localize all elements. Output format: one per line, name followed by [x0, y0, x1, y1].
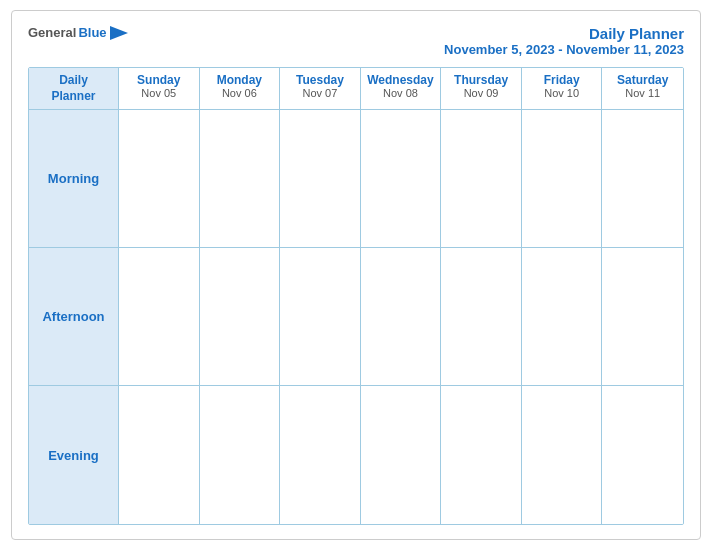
morning-wednesday[interactable]: [361, 110, 442, 248]
planner-page: General Blue Daily Planner November 5, 2…: [11, 10, 701, 540]
morning-saturday[interactable]: [602, 110, 683, 248]
evening-row: Evening: [29, 386, 683, 524]
title-date: November 5, 2023 - November 11, 2023: [444, 42, 684, 57]
header-sunday: Sunday Nov 05: [119, 68, 200, 110]
thursday-date: Nov 09: [445, 87, 517, 99]
title-area: Daily Planner November 5, 2023 - Novembe…: [444, 25, 684, 57]
afternoon-wednesday[interactable]: [361, 248, 442, 386]
sunday-name: Sunday: [123, 73, 195, 87]
evening-label-cell: Evening: [29, 386, 119, 524]
header-thursday: Thursday Nov 09: [441, 68, 522, 110]
morning-row: Morning: [29, 110, 683, 248]
sunday-date: Nov 05: [123, 87, 195, 99]
wednesday-date: Nov 08: [365, 87, 437, 99]
afternoon-tuesday[interactable]: [280, 248, 361, 386]
morning-label: Morning: [48, 171, 99, 186]
header: General Blue Daily Planner November 5, 2…: [28, 25, 684, 57]
evening-sunday[interactable]: [119, 386, 200, 524]
friday-name: Friday: [526, 73, 598, 87]
evening-friday[interactable]: [522, 386, 603, 524]
logo-blue: Blue: [78, 25, 106, 40]
calendar: Daily Planner Sunday Nov 05 Monday Nov 0…: [28, 67, 684, 525]
thursday-name: Thursday: [445, 73, 517, 87]
wednesday-name: Wednesday: [365, 73, 437, 87]
evening-saturday[interactable]: [602, 386, 683, 524]
header-tuesday: Tuesday Nov 07: [280, 68, 361, 110]
saturday-name: Saturday: [606, 73, 679, 87]
afternoon-thursday[interactable]: [441, 248, 522, 386]
afternoon-friday[interactable]: [522, 248, 603, 386]
afternoon-row: Afternoon: [29, 248, 683, 386]
evening-label: Evening: [48, 448, 99, 463]
morning-thursday[interactable]: [441, 110, 522, 248]
morning-monday[interactable]: [200, 110, 281, 248]
header-saturday: Saturday Nov 11: [602, 68, 683, 110]
morning-friday[interactable]: [522, 110, 603, 248]
tuesday-date: Nov 07: [284, 87, 356, 99]
logo-general: General: [28, 25, 76, 40]
logo-icon: [110, 26, 128, 40]
logo-area: General Blue: [28, 25, 128, 40]
monday-name: Monday: [204, 73, 276, 87]
friday-date: Nov 10: [526, 87, 598, 99]
afternoon-label: Afternoon: [42, 309, 104, 324]
first-header-label: Daily Planner: [33, 73, 114, 104]
calendar-header: Daily Planner Sunday Nov 05 Monday Nov 0…: [29, 68, 683, 110]
logo-text: General Blue: [28, 25, 128, 40]
morning-label-cell: Morning: [29, 110, 119, 248]
afternoon-sunday[interactable]: [119, 248, 200, 386]
svg-marker-0: [110, 26, 128, 40]
evening-wednesday[interactable]: [361, 386, 442, 524]
tuesday-name: Tuesday: [284, 73, 356, 87]
calendar-body: Morning Afternoon: [29, 110, 683, 524]
afternoon-monday[interactable]: [200, 248, 281, 386]
morning-tuesday[interactable]: [280, 110, 361, 248]
saturday-date: Nov 11: [606, 87, 679, 99]
title-main: Daily Planner: [444, 25, 684, 42]
header-monday: Monday Nov 06: [200, 68, 281, 110]
morning-sunday[interactable]: [119, 110, 200, 248]
afternoon-saturday[interactable]: [602, 248, 683, 386]
monday-date: Nov 06: [204, 87, 276, 99]
evening-monday[interactable]: [200, 386, 281, 524]
afternoon-label-cell: Afternoon: [29, 248, 119, 386]
header-wednesday: Wednesday Nov 08: [361, 68, 442, 110]
header-friday: Friday Nov 10: [522, 68, 603, 110]
header-first-cell: Daily Planner: [29, 68, 119, 110]
evening-thursday[interactable]: [441, 386, 522, 524]
evening-tuesday[interactable]: [280, 386, 361, 524]
